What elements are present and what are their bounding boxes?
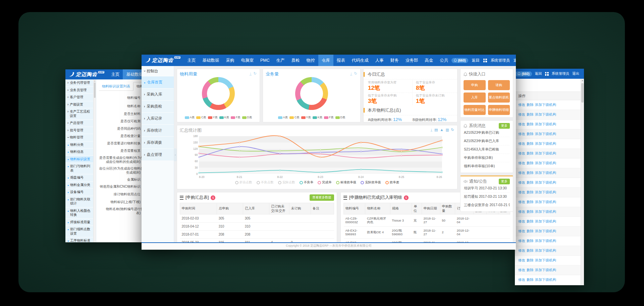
row-action-link[interactable]: 删除 bbox=[527, 248, 534, 253]
row-action-link[interactable]: 添加下级机构 bbox=[535, 268, 556, 272]
row-action-link[interactable]: 添加下级机构 bbox=[535, 151, 556, 156]
current-user[interactable]: 系统管理员 bbox=[552, 71, 570, 76]
apps-grid-icon[interactable] bbox=[545, 72, 549, 76]
sidebar-menu-item[interactable]: 客户管理 bbox=[65, 94, 94, 101]
quick-entry-button[interactable]: 物料用量对比 bbox=[464, 105, 486, 115]
view-more-button[interactable]: 查看更多数据 bbox=[310, 194, 334, 201]
scrollbar-thumb[interactable] bbox=[94, 82, 96, 98]
sidebar-menu-item[interactable]: 生产工艺流程设置 bbox=[65, 108, 94, 120]
legend-item[interactable]: Y类 bbox=[208, 116, 218, 120]
row-action-link[interactable]: 修改 bbox=[518, 229, 525, 234]
table-row[interactable]: A5-CZ8-000003ZCZR氧化锆牙肉色Tissue 3克2018-11-… bbox=[344, 215, 510, 227]
legend-item[interactable]: 效率差 bbox=[385, 180, 399, 185]
row-action-link[interactable]: 添加下级机构 bbox=[535, 161, 556, 166]
sidebar-collapse-handle[interactable]: ‹ bbox=[174, 148, 177, 161]
row-action-link[interactable]: 修改 bbox=[518, 248, 525, 253]
sidebar-menu-item[interactable]: 仓库首页 bbox=[142, 76, 174, 88]
legend-item[interactable]: A类 bbox=[185, 116, 195, 120]
row-action-link[interactable]: 添加下级机构 bbox=[535, 278, 556, 282]
legend-item[interactable]: 不良率 bbox=[300, 180, 314, 185]
message-item[interactable]: A210523申购单已订购 bbox=[464, 129, 510, 137]
donut-chart[interactable] bbox=[202, 77, 235, 110]
legend-item[interactable]: K类 bbox=[219, 116, 229, 120]
download-icon[interactable]: ↓ bbox=[250, 71, 252, 75]
legend-item[interactable]: F类 bbox=[231, 116, 240, 120]
sidebar-menu-item[interactable]: 批号管理 bbox=[65, 127, 94, 134]
legend-item[interactable]: 实际效率值 bbox=[361, 180, 381, 185]
top-menu-item[interactable]: 仓库 bbox=[318, 55, 333, 66]
legend-item[interactable]: K类 bbox=[313, 116, 322, 120]
sidebar-menu-item[interactable]: 部门领料点数设置 bbox=[65, 226, 94, 237]
row-action-link[interactable]: 添加下级机构 bbox=[535, 190, 556, 195]
row-action-link[interactable]: 删除 bbox=[527, 229, 534, 234]
sidebar-menu-item[interactable]: 盘点管理 bbox=[142, 149, 174, 161]
top-menu-item[interactable]: 人事 bbox=[372, 55, 387, 66]
row-action-link[interactable]: 删除 bbox=[527, 190, 534, 195]
refresh-icon[interactable]: ↻ bbox=[451, 128, 454, 132]
notification-bell-badge[interactable]: (660) bbox=[515, 71, 532, 76]
notification-bell-badge[interactable]: (660) bbox=[451, 58, 468, 63]
legend-item[interactable]: D类 bbox=[242, 116, 252, 120]
column-header[interactable]: 总申购 bbox=[217, 203, 243, 215]
row-action-link[interactable]: 添加下级机构 bbox=[535, 219, 556, 224]
row-action-link[interactable]: 修改 bbox=[518, 190, 525, 195]
row-action-link[interactable]: 删除 bbox=[527, 141, 534, 146]
row-action-link[interactable]: 修改 bbox=[518, 200, 525, 204]
top-menu-item[interactable]: 基础数据 bbox=[199, 55, 222, 66]
row-action-link[interactable]: 修改 bbox=[518, 180, 525, 185]
row-action-link[interactable]: 删除 bbox=[527, 171, 534, 175]
table-row[interactable]: 2018-04-12310310 bbox=[180, 223, 334, 231]
refresh-icon[interactable]: ↻ bbox=[354, 72, 357, 75]
row-action-link[interactable]: 修改 bbox=[518, 171, 525, 175]
back-button[interactable]: 返回 bbox=[535, 71, 542, 76]
sidebar-menu-item[interactable]: 设备编号 bbox=[65, 189, 94, 196]
legend-item-disabled[interactable]: 实际点数 bbox=[278, 180, 295, 185]
row-action-link[interactable]: 修改 bbox=[518, 112, 525, 117]
legend-item[interactable]: Y类 bbox=[301, 116, 311, 120]
sidebar-menu-item[interactable]: 物料信息 bbox=[65, 148, 94, 156]
bar-chart-icon[interactable]: ▥ bbox=[445, 128, 449, 132]
logout-button[interactable]: 退出 bbox=[572, 71, 579, 76]
row-action-link[interactable]: 删除 bbox=[527, 219, 534, 224]
scroll-up-arrow-icon[interactable]: ▲ bbox=[581, 79, 584, 81]
legend-item-disabled[interactable]: 不良点数 bbox=[257, 180, 274, 185]
legend-item[interactable]: 完成率 bbox=[318, 180, 332, 185]
top-menu-item[interactable]: 报表 bbox=[333, 55, 348, 66]
notice-item[interactable]: 三楼会议室开会 2017-03-21 9:30 bbox=[464, 201, 510, 209]
row-action-link[interactable]: 修改 bbox=[518, 278, 525, 282]
row-action-link[interactable]: 修改 bbox=[518, 239, 525, 243]
top-menu-item[interactable]: 财务 bbox=[387, 55, 402, 66]
column-header[interactable]: 申购数量 bbox=[440, 203, 455, 215]
sidebar-menu-item[interactable]: 控制台 bbox=[142, 66, 174, 76]
row-action-link[interactable]: 修改 bbox=[518, 141, 525, 146]
logout-button[interactable]: 退出 bbox=[514, 58, 516, 63]
message-item[interactable]: 申购单待审核(3单) bbox=[464, 154, 510, 162]
row-action-link[interactable]: 修改 bbox=[518, 209, 525, 214]
column-header[interactable]: 物料名称 bbox=[365, 203, 390, 215]
top-menu-item[interactable]: PMC bbox=[257, 55, 273, 66]
sidebar-menu-item[interactable]: 物料标识设置 bbox=[65, 156, 94, 163]
column-header[interactable]: 已入库 bbox=[243, 203, 269, 215]
row-action-link[interactable]: 删除 bbox=[527, 180, 534, 185]
top-menu-item[interactable]: 业务部 bbox=[402, 55, 422, 66]
sidebar-menu-item[interactable]: 部门与物料列表 bbox=[65, 163, 94, 174]
row-action-link[interactable]: 删除 bbox=[527, 268, 534, 272]
legend-item[interactable]: F类 bbox=[324, 116, 334, 120]
table-row[interactable]: 2018-07-01208208 bbox=[180, 231, 334, 239]
row-action-link[interactable]: 添加下级机构 bbox=[535, 209, 556, 214]
row-action-link[interactable]: 添加下级机构 bbox=[535, 171, 556, 175]
sidebar-scrollbar[interactable]: ▲ bbox=[93, 79, 96, 242]
quick-entry-button[interactable]: 申購物料明细 bbox=[488, 105, 510, 115]
sidebar-menu-item[interactable]: 业务代理管理 bbox=[65, 79, 94, 87]
legend-item-disabled[interactable]: 折合点数 bbox=[235, 180, 252, 185]
sidebar-menu-item[interactable]: 物料金属分类 bbox=[65, 182, 94, 189]
row-action-link[interactable]: 添加下级机构 bbox=[535, 200, 556, 204]
right-window-scrollbar[interactable]: ▲ bbox=[581, 79, 584, 285]
row-action-link[interactable]: 删除 bbox=[527, 112, 534, 117]
sidebar-menu-item[interactable]: 业务员管理 bbox=[65, 87, 94, 94]
legend-item[interactable]: C类 bbox=[196, 116, 206, 120]
row-action-link[interactable]: 添加下级机构 bbox=[535, 229, 556, 234]
top-menu-item[interactable]: 代码生成 bbox=[348, 55, 372, 66]
sidebar-menu-item[interactable]: 物料入检颜色转换 bbox=[65, 207, 94, 219]
sidebar-menu-item[interactable]: 部门物料关联统计 bbox=[65, 196, 94, 207]
